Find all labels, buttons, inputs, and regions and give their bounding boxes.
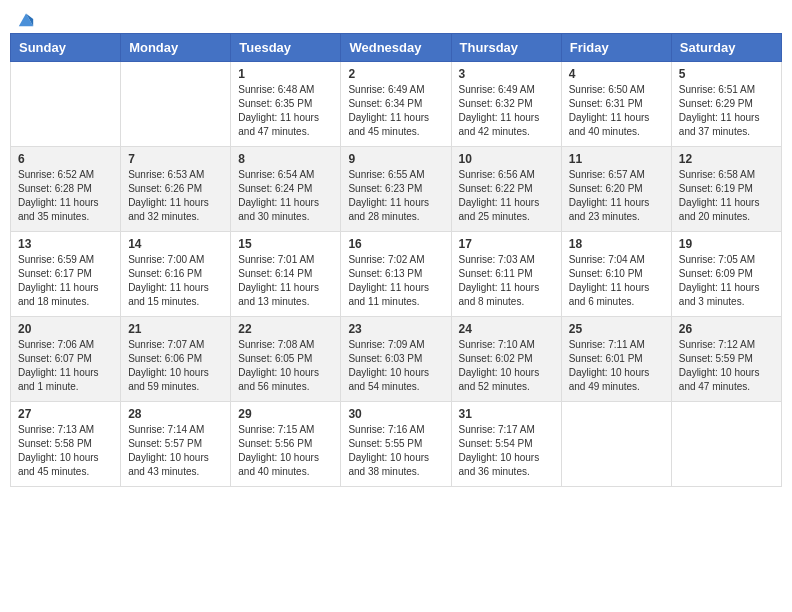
day-number: 28 (128, 407, 223, 421)
calendar-cell (561, 402, 671, 487)
calendar-cell: 4Sunrise: 6:50 AM Sunset: 6:31 PM Daylig… (561, 62, 671, 147)
day-info: Sunrise: 7:12 AM Sunset: 5:59 PM Dayligh… (679, 338, 774, 394)
day-info: Sunrise: 6:55 AM Sunset: 6:23 PM Dayligh… (348, 168, 443, 224)
calendar-cell: 24Sunrise: 7:10 AM Sunset: 6:02 PM Dayli… (451, 317, 561, 402)
calendar-cell: 27Sunrise: 7:13 AM Sunset: 5:58 PM Dayli… (11, 402, 121, 487)
day-info: Sunrise: 6:50 AM Sunset: 6:31 PM Dayligh… (569, 83, 664, 139)
calendar-cell: 15Sunrise: 7:01 AM Sunset: 6:14 PM Dayli… (231, 232, 341, 317)
calendar-cell: 17Sunrise: 7:03 AM Sunset: 6:11 PM Dayli… (451, 232, 561, 317)
day-info: Sunrise: 7:08 AM Sunset: 6:05 PM Dayligh… (238, 338, 333, 394)
day-number: 26 (679, 322, 774, 336)
calendar-cell: 23Sunrise: 7:09 AM Sunset: 6:03 PM Dayli… (341, 317, 451, 402)
calendar-week-row: 20Sunrise: 7:06 AM Sunset: 6:07 PM Dayli… (11, 317, 782, 402)
day-number: 24 (459, 322, 554, 336)
day-info: Sunrise: 6:53 AM Sunset: 6:26 PM Dayligh… (128, 168, 223, 224)
day-number: 11 (569, 152, 664, 166)
calendar-cell: 11Sunrise: 6:57 AM Sunset: 6:20 PM Dayli… (561, 147, 671, 232)
calendar-cell (11, 62, 121, 147)
day-info: Sunrise: 7:00 AM Sunset: 6:16 PM Dayligh… (128, 253, 223, 309)
day-info: Sunrise: 7:15 AM Sunset: 5:56 PM Dayligh… (238, 423, 333, 479)
day-number: 7 (128, 152, 223, 166)
day-number: 9 (348, 152, 443, 166)
calendar-cell: 28Sunrise: 7:14 AM Sunset: 5:57 PM Dayli… (121, 402, 231, 487)
calendar-cell (121, 62, 231, 147)
calendar-cell: 10Sunrise: 6:56 AM Sunset: 6:22 PM Dayli… (451, 147, 561, 232)
day-info: Sunrise: 7:01 AM Sunset: 6:14 PM Dayligh… (238, 253, 333, 309)
day-info: Sunrise: 7:11 AM Sunset: 6:01 PM Dayligh… (569, 338, 664, 394)
day-info: Sunrise: 7:16 AM Sunset: 5:55 PM Dayligh… (348, 423, 443, 479)
day-number: 30 (348, 407, 443, 421)
day-info: Sunrise: 7:13 AM Sunset: 5:58 PM Dayligh… (18, 423, 113, 479)
calendar-header-row: SundayMondayTuesdayWednesdayThursdayFrid… (11, 34, 782, 62)
day-info: Sunrise: 6:49 AM Sunset: 6:32 PM Dayligh… (459, 83, 554, 139)
calendar-cell: 13Sunrise: 6:59 AM Sunset: 6:17 PM Dayli… (11, 232, 121, 317)
day-info: Sunrise: 6:52 AM Sunset: 6:28 PM Dayligh… (18, 168, 113, 224)
calendar-cell: 30Sunrise: 7:16 AM Sunset: 5:55 PM Dayli… (341, 402, 451, 487)
day-number: 15 (238, 237, 333, 251)
calendar-cell: 29Sunrise: 7:15 AM Sunset: 5:56 PM Dayli… (231, 402, 341, 487)
day-info: Sunrise: 7:10 AM Sunset: 6:02 PM Dayligh… (459, 338, 554, 394)
calendar-week-row: 13Sunrise: 6:59 AM Sunset: 6:17 PM Dayli… (11, 232, 782, 317)
calendar-week-row: 1Sunrise: 6:48 AM Sunset: 6:35 PM Daylig… (11, 62, 782, 147)
day-info: Sunrise: 6:58 AM Sunset: 6:19 PM Dayligh… (679, 168, 774, 224)
day-number: 19 (679, 237, 774, 251)
day-number: 17 (459, 237, 554, 251)
calendar-cell: 20Sunrise: 7:06 AM Sunset: 6:07 PM Dayli… (11, 317, 121, 402)
calendar-header-thursday: Thursday (451, 34, 561, 62)
day-number: 16 (348, 237, 443, 251)
day-info: Sunrise: 6:48 AM Sunset: 6:35 PM Dayligh… (238, 83, 333, 139)
day-info: Sunrise: 7:05 AM Sunset: 6:09 PM Dayligh… (679, 253, 774, 309)
day-info: Sunrise: 7:03 AM Sunset: 6:11 PM Dayligh… (459, 253, 554, 309)
day-number: 27 (18, 407, 113, 421)
calendar-cell: 14Sunrise: 7:00 AM Sunset: 6:16 PM Dayli… (121, 232, 231, 317)
calendar-cell: 19Sunrise: 7:05 AM Sunset: 6:09 PM Dayli… (671, 232, 781, 317)
calendar-header-wednesday: Wednesday (341, 34, 451, 62)
calendar-cell: 26Sunrise: 7:12 AM Sunset: 5:59 PM Dayli… (671, 317, 781, 402)
calendar-cell: 16Sunrise: 7:02 AM Sunset: 6:13 PM Dayli… (341, 232, 451, 317)
calendar-cell: 3Sunrise: 6:49 AM Sunset: 6:32 PM Daylig… (451, 62, 561, 147)
calendar-cell: 1Sunrise: 6:48 AM Sunset: 6:35 PM Daylig… (231, 62, 341, 147)
calendar-header-monday: Monday (121, 34, 231, 62)
logo (15, 10, 35, 23)
logo-icon (17, 10, 35, 28)
calendar-cell: 22Sunrise: 7:08 AM Sunset: 6:05 PM Dayli… (231, 317, 341, 402)
day-number: 1 (238, 67, 333, 81)
day-number: 22 (238, 322, 333, 336)
calendar-cell: 9Sunrise: 6:55 AM Sunset: 6:23 PM Daylig… (341, 147, 451, 232)
calendar-cell: 25Sunrise: 7:11 AM Sunset: 6:01 PM Dayli… (561, 317, 671, 402)
day-number: 5 (679, 67, 774, 81)
day-number: 2 (348, 67, 443, 81)
day-info: Sunrise: 6:57 AM Sunset: 6:20 PM Dayligh… (569, 168, 664, 224)
day-number: 25 (569, 322, 664, 336)
day-info: Sunrise: 7:02 AM Sunset: 6:13 PM Dayligh… (348, 253, 443, 309)
calendar-cell: 18Sunrise: 7:04 AM Sunset: 6:10 PM Dayli… (561, 232, 671, 317)
calendar-week-row: 6Sunrise: 6:52 AM Sunset: 6:28 PM Daylig… (11, 147, 782, 232)
day-info: Sunrise: 7:04 AM Sunset: 6:10 PM Dayligh… (569, 253, 664, 309)
calendar-table: SundayMondayTuesdayWednesdayThursdayFrid… (10, 33, 782, 487)
calendar-cell: 2Sunrise: 6:49 AM Sunset: 6:34 PM Daylig… (341, 62, 451, 147)
day-number: 20 (18, 322, 113, 336)
day-info: Sunrise: 7:06 AM Sunset: 6:07 PM Dayligh… (18, 338, 113, 394)
calendar-week-row: 27Sunrise: 7:13 AM Sunset: 5:58 PM Dayli… (11, 402, 782, 487)
day-info: Sunrise: 6:54 AM Sunset: 6:24 PM Dayligh… (238, 168, 333, 224)
calendar-header-friday: Friday (561, 34, 671, 62)
calendar-cell: 7Sunrise: 6:53 AM Sunset: 6:26 PM Daylig… (121, 147, 231, 232)
day-info: Sunrise: 7:09 AM Sunset: 6:03 PM Dayligh… (348, 338, 443, 394)
calendar-cell: 6Sunrise: 6:52 AM Sunset: 6:28 PM Daylig… (11, 147, 121, 232)
day-info: Sunrise: 7:07 AM Sunset: 6:06 PM Dayligh… (128, 338, 223, 394)
calendar-cell: 31Sunrise: 7:17 AM Sunset: 5:54 PM Dayli… (451, 402, 561, 487)
day-number: 29 (238, 407, 333, 421)
day-number: 6 (18, 152, 113, 166)
calendar-header-sunday: Sunday (11, 34, 121, 62)
calendar-cell: 21Sunrise: 7:07 AM Sunset: 6:06 PM Dayli… (121, 317, 231, 402)
day-number: 12 (679, 152, 774, 166)
day-number: 8 (238, 152, 333, 166)
day-info: Sunrise: 6:49 AM Sunset: 6:34 PM Dayligh… (348, 83, 443, 139)
day-info: Sunrise: 6:59 AM Sunset: 6:17 PM Dayligh… (18, 253, 113, 309)
calendar-header-saturday: Saturday (671, 34, 781, 62)
calendar-cell (671, 402, 781, 487)
day-info: Sunrise: 7:14 AM Sunset: 5:57 PM Dayligh… (128, 423, 223, 479)
day-info: Sunrise: 7:17 AM Sunset: 5:54 PM Dayligh… (459, 423, 554, 479)
calendar-header-tuesday: Tuesday (231, 34, 341, 62)
day-number: 4 (569, 67, 664, 81)
